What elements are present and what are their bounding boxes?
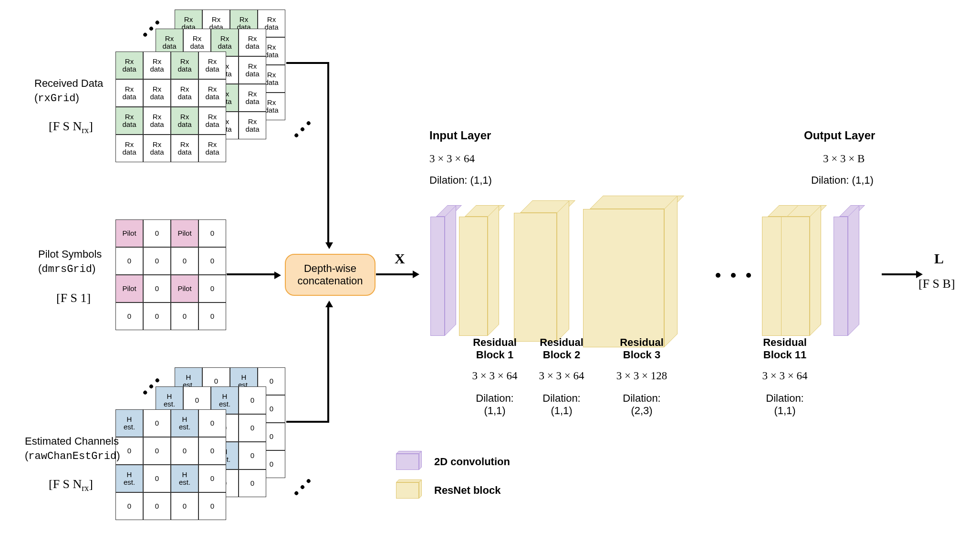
cell: 0: [115, 492, 143, 520]
cell: Rx data: [239, 29, 266, 56]
cell: Pilot: [115, 275, 143, 302]
pilot-code-text: dmrsGrid: [42, 263, 92, 275]
output-dilation: Dilation: (1,1): [811, 174, 874, 187]
cell: H est.: [171, 409, 198, 437]
cell: Rx data: [239, 112, 266, 139]
chan-label: Estimated Channels (rawChanEstGrid): [25, 434, 120, 463]
cell: Rx data: [115, 79, 143, 107]
cell: 0: [239, 442, 266, 469]
L-dims: [F S B]: [918, 277, 955, 291]
legend-resnet-swatch: [396, 479, 422, 499]
cell: Rx data: [198, 52, 226, 79]
cell: 0: [239, 414, 266, 442]
cell: Rx data: [171, 79, 198, 107]
cell: 0: [198, 409, 226, 437]
legend-conv-label: 2D convolution: [434, 456, 510, 468]
arrow-concat-x: [376, 273, 417, 275]
r2-size: 3 × 3 × 64: [531, 370, 593, 382]
cell: Rx data: [239, 84, 266, 112]
cell: Rx data: [143, 107, 171, 135]
chan-front-cells: H est.0H est.00000H est.0H est.00000: [115, 409, 226, 520]
ellipsis-dots: [294, 121, 312, 138]
cell: 0: [171, 492, 198, 520]
cell: Rx data: [143, 135, 171, 162]
ellipsis-dots: [294, 479, 312, 496]
chan-code: (rawChanEstGrid): [25, 448, 120, 464]
arrow-rx-h: [286, 62, 329, 64]
r2-dil: Dilation: (1,1): [531, 392, 593, 417]
r11-dil: Dilation: (1,1): [751, 392, 818, 417]
cell: 0: [143, 275, 171, 302]
cell: Rx data: [198, 107, 226, 135]
pilot-grid-cells: Pilot0Pilot00000Pilot0Pilot00000: [115, 219, 226, 330]
cell: Rx data: [171, 135, 198, 162]
cell: 0: [198, 275, 226, 302]
cell: 0: [198, 437, 226, 465]
pilot-title: Pilot Symbols: [38, 247, 102, 261]
chan-grid-front: H est.0H est.00000H est.0H est.00000: [115, 409, 226, 520]
pilot-code: (dmrsGrid): [38, 261, 102, 277]
L-symbol: L: [934, 250, 944, 267]
cell: 0: [198, 247, 226, 275]
rx-dims-main: [F S N: [49, 119, 82, 133]
cell: 0: [115, 247, 143, 275]
cell: 0: [143, 465, 171, 492]
chan-dims-sub: rx: [82, 483, 89, 493]
cell: Rx data: [143, 79, 171, 107]
chan-dims: [F S Nrx]: [49, 477, 93, 493]
cell: 0: [171, 437, 198, 465]
rx-code-text: rxGrid: [38, 93, 75, 104]
rx-label: Received Data (rxGrid): [34, 76, 103, 105]
X-symbol: X: [395, 250, 405, 267]
input-title: Input Layer: [429, 129, 491, 142]
cell: Rx data: [171, 107, 198, 135]
input-size: 3 × 3 × 64: [429, 153, 475, 165]
cell: Rx data: [115, 52, 143, 79]
r1-title: Residual Block 1: [464, 336, 526, 361]
arrow-chan-h: [286, 421, 329, 423]
cell: Pilot: [115, 219, 143, 247]
legend-conv-swatch: [396, 451, 422, 470]
cell: Rx data: [171, 52, 198, 79]
cell: H est.: [171, 465, 198, 492]
arrow-chan-v: [327, 303, 329, 423]
cell: Rx data: [115, 107, 143, 135]
rx-dims-sub: rx: [82, 125, 89, 135]
cell: 0: [198, 465, 226, 492]
output-title: Output Layer: [804, 129, 875, 142]
r3-dil: Dilation: (2,3): [611, 392, 673, 417]
chan-code-text: rawChanEstGrid: [28, 450, 116, 462]
output-size: 3 × 3 × B: [823, 153, 865, 165]
cell: 0: [143, 247, 171, 275]
r2-title: Residual Block 2: [531, 336, 593, 361]
r1-dil: Dilation: (1,1): [464, 392, 526, 417]
r11-title: Residual Block 11: [751, 336, 818, 361]
cell: Rx data: [143, 52, 171, 79]
cell: Rx data: [198, 135, 226, 162]
cell: 0: [171, 247, 198, 275]
cell: Rx data: [198, 79, 226, 107]
cell: 0: [239, 386, 266, 414]
cell: Rx data: [115, 135, 143, 162]
cell: H est.: [115, 465, 143, 492]
ellipsis-dots: [716, 273, 751, 278]
cell: 0: [171, 302, 198, 330]
cell: H est.: [115, 409, 143, 437]
r3-title: Residual Block 3: [611, 336, 673, 361]
rx-code: (rxGrid): [34, 91, 103, 106]
chan-dims-main: [F S N: [49, 477, 82, 491]
input-dilation: Dilation: (1,1): [429, 174, 492, 187]
chan-title: Estimated Channels: [25, 434, 120, 448]
cell: 0: [198, 302, 226, 330]
cell: Rx data: [239, 56, 266, 84]
rx-title: Received Data: [34, 76, 103, 91]
cell: 0: [115, 302, 143, 330]
pilot-label: Pilot Symbols (dmrsGrid): [38, 247, 102, 276]
cell: 0: [143, 219, 171, 247]
concat-box: Depth-wise concatenation: [285, 254, 375, 296]
cell: 0: [239, 469, 266, 497]
r11-size: 3 × 3 × 64: [751, 370, 818, 382]
arrow-rx-v: [327, 62, 329, 246]
rx-grid-cells-3: Rx dataRx dataRx dataRx dataRx dataRx da…: [115, 52, 226, 162]
pilot-dims: [F S 1]: [56, 291, 91, 305]
